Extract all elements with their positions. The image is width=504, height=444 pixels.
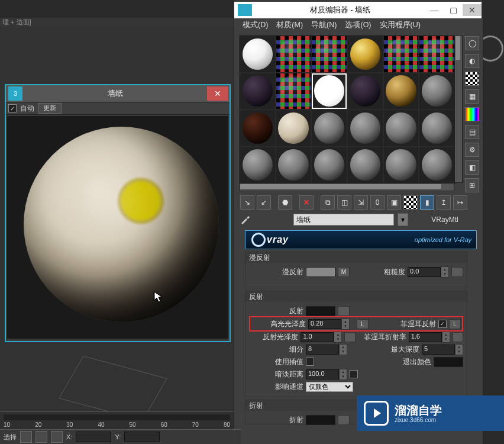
reflect-map-button[interactable] bbox=[338, 306, 350, 316]
affect-channels-combo[interactable]: 仅颜色 bbox=[306, 382, 353, 392]
sample-scroll-vertical[interactable] bbox=[454, 35, 463, 183]
sample-slot[interactable] bbox=[384, 73, 419, 110]
sample-slot[interactable] bbox=[348, 73, 383, 110]
menu-mode[interactable]: 模式(D) bbox=[239, 20, 272, 30]
exitcolor-swatch[interactable] bbox=[434, 357, 463, 367]
roughness-map-button[interactable] bbox=[451, 267, 463, 277]
update-button[interactable]: 更新 bbox=[38, 103, 62, 114]
reflect-color-swatch[interactable] bbox=[306, 306, 335, 316]
timeline-track[interactable] bbox=[4, 414, 230, 420]
make-unique-icon[interactable]: ◫ bbox=[337, 195, 351, 210]
sample-scroll-horizontal[interactable] bbox=[239, 183, 454, 191]
material-name-field[interactable]: 墙纸 bbox=[293, 214, 394, 226]
put-to-library-icon[interactable]: ⇲ bbox=[354, 195, 368, 210]
sample-type-icon[interactable]: ◯ bbox=[465, 36, 479, 50]
sample-slot[interactable] bbox=[312, 147, 347, 184]
maximize-button[interactable]: ▢ bbox=[444, 4, 463, 16]
dim-distance-spinner[interactable]: 100.0▲▼ bbox=[306, 369, 347, 380]
diffuse-map-button[interactable]: M bbox=[338, 267, 350, 277]
coord-y-field[interactable] bbox=[124, 432, 160, 442]
reflect-gloss-map-button[interactable] bbox=[344, 332, 355, 342]
sample-slot[interactable] bbox=[419, 73, 454, 110]
sample-slot[interactable] bbox=[276, 147, 311, 184]
sample-slot[interactable] bbox=[312, 110, 347, 146]
show-in-viewport-icon[interactable]: ▣ bbox=[387, 195, 401, 210]
sample-slot[interactable] bbox=[312, 36, 347, 72]
sample-slot[interactable] bbox=[419, 147, 454, 184]
options-icon[interactable]: ⚙ bbox=[465, 143, 479, 157]
material-editor-titlebar[interactable]: 材质编辑器 - 墙纸 — ▢ ✕ bbox=[234, 2, 482, 18]
material-map-navigator-icon[interactable]: ⊞ bbox=[465, 178, 479, 192]
backlight-icon[interactable]: ◐ bbox=[465, 54, 479, 68]
coord-x-field[interactable] bbox=[76, 432, 111, 442]
sample-slot[interactable] bbox=[240, 73, 275, 110]
preview-titlebar[interactable]: 3 墙纸 ✕ bbox=[6, 85, 230, 102]
sample-slot[interactable] bbox=[348, 147, 383, 184]
snap-icon[interactable] bbox=[35, 431, 47, 443]
pick-material-icon[interactable] bbox=[239, 214, 251, 226]
go-to-parent-icon[interactable]: ▮ bbox=[420, 195, 434, 210]
minimize-button[interactable]: — bbox=[425, 4, 444, 16]
dim-distance-checkbox[interactable] bbox=[350, 370, 358, 378]
roughness-spinner[interactable]: 0.0▲▼ bbox=[408, 266, 449, 278]
make-preview-icon[interactable]: ▤ bbox=[465, 125, 479, 139]
sample-slot[interactable] bbox=[419, 110, 454, 146]
menu-options[interactable]: 选项(O) bbox=[341, 20, 374, 30]
preview-app-icon: 3 bbox=[8, 86, 22, 101]
sample-slot[interactable] bbox=[384, 110, 419, 146]
reflect-glossiness-label: 反射光泽度 bbox=[249, 332, 298, 342]
menu-utilities[interactable]: 实用程序(U) bbox=[376, 20, 424, 30]
assign-material-icon[interactable]: ⬣ bbox=[278, 195, 292, 210]
fresnel-lock-button[interactable]: L bbox=[449, 319, 461, 329]
fresnel-ior-spinner[interactable]: 1.6▲▼ bbox=[409, 332, 450, 343]
lock-selection-icon[interactable] bbox=[20, 431, 32, 443]
material-type-button[interactable]: VRayMtl bbox=[412, 215, 478, 224]
timeline[interactable]: 1020304050607080 bbox=[0, 411, 234, 430]
sample-slot[interactable] bbox=[276, 73, 311, 110]
sample-slot[interactable] bbox=[384, 147, 419, 184]
sample-uv-icon[interactable]: ▦ bbox=[465, 89, 479, 104]
sample-slot[interactable] bbox=[419, 36, 454, 72]
sample-slot[interactable] bbox=[240, 110, 275, 146]
close-button[interactable]: ✕ bbox=[463, 4, 482, 16]
rollout-diffuse-header[interactable]: 漫反射 bbox=[245, 252, 467, 263]
background-icon[interactable] bbox=[465, 72, 479, 86]
menu-material[interactable]: 材质(M) bbox=[273, 20, 306, 30]
refract-color-swatch[interactable] bbox=[306, 415, 335, 425]
show-end-result-icon[interactable] bbox=[403, 195, 418, 210]
angle-snap-icon[interactable] bbox=[51, 431, 63, 443]
sample-slot[interactable] bbox=[240, 147, 275, 184]
interp-checkbox[interactable] bbox=[306, 358, 314, 366]
material-name-dropdown[interactable]: ▾ bbox=[398, 213, 408, 226]
sample-slot-selected[interactable] bbox=[312, 73, 347, 110]
reset-map-icon[interactable]: ✕ bbox=[299, 195, 314, 210]
refract-map-button[interactable] bbox=[338, 415, 350, 425]
sample-slot[interactable] bbox=[276, 36, 311, 72]
menu-navigate[interactable]: 导航(N) bbox=[308, 20, 340, 30]
maxdepth-spinner[interactable]: 5▲▼ bbox=[422, 344, 463, 355]
sample-slot[interactable] bbox=[348, 36, 383, 72]
auto-checkbox[interactable]: ✓ bbox=[8, 104, 17, 112]
go-next-sibling-icon[interactable]: ↦ bbox=[453, 195, 467, 210]
preview-close-button[interactable]: ✕ bbox=[207, 86, 228, 101]
subdiv-spinner[interactable]: 8▲▼ bbox=[306, 344, 347, 355]
sample-slot[interactable] bbox=[240, 36, 275, 72]
sample-slot[interactable] bbox=[348, 110, 383, 146]
reflect-glossiness-spinner[interactable]: 1.0▲▼ bbox=[301, 332, 342, 343]
get-material-icon[interactable]: ↘ bbox=[240, 195, 254, 210]
fresnel-checkbox[interactable]: ✓ bbox=[438, 320, 447, 328]
sample-slot[interactable] bbox=[276, 110, 311, 146]
hilight-glossiness-spinner[interactable]: 0.28▲▼ bbox=[308, 318, 350, 330]
diffuse-color-swatch[interactable] bbox=[306, 267, 335, 277]
material-id-icon[interactable]: 0 bbox=[370, 195, 385, 210]
select-by-material-icon[interactable]: ◧ bbox=[465, 160, 479, 175]
video-color-icon[interactable] bbox=[465, 107, 479, 121]
make-copy-icon[interactable]: ⧉ bbox=[321, 195, 335, 210]
hilight-gloss-lock-button[interactable]: L bbox=[357, 319, 369, 329]
fresnel-ior-map-button[interactable] bbox=[453, 332, 463, 342]
put-to-scene-icon[interactable]: ↙ bbox=[257, 195, 271, 210]
sample-slot[interactable] bbox=[384, 36, 419, 72]
rollout-reflect-header[interactable]: 反射 bbox=[245, 291, 467, 302]
go-forward-sibling-icon[interactable]: ↥ bbox=[437, 195, 451, 210]
material-editor-title: 材质编辑器 - 墙纸 bbox=[256, 5, 425, 15]
